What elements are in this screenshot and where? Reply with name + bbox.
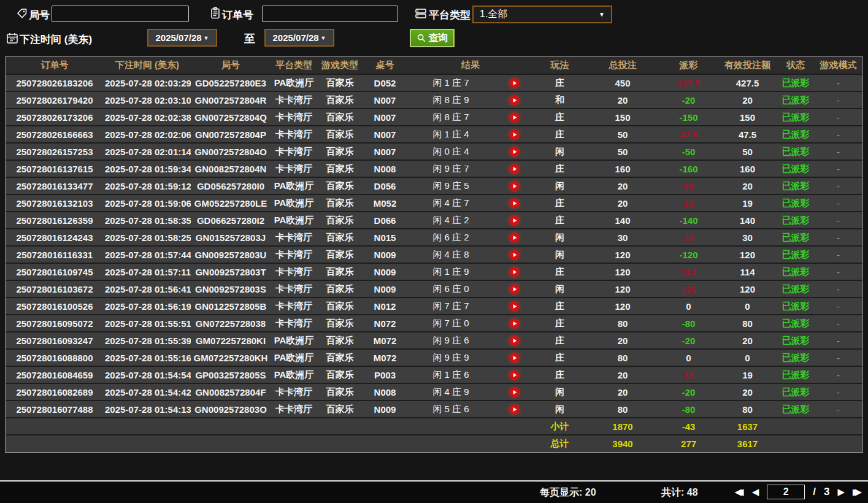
date-to-label: 至 (244, 31, 255, 46)
cell-game-no: GD066257280I2 (191, 212, 271, 229)
cell-game-no: GN0072572804R (191, 91, 271, 109)
play-icon[interactable] (494, 249, 534, 261)
bet-time-label: 下注时间 (美东) (20, 33, 92, 47)
cell-bet-time: 2025-07-28 01:56:19 (104, 298, 191, 315)
cell-status: 已派彩 (777, 298, 814, 315)
play-icon[interactable] (494, 180, 534, 192)
cell-status: 已派彩 (777, 280, 814, 298)
cell-status: 已派彩 (777, 177, 814, 194)
column-header: 游戏模式 (814, 57, 862, 74)
cell-game-mode: - (814, 383, 862, 401)
play-icon[interactable] (494, 232, 534, 244)
cell-valid-bet: 427.5 (718, 74, 777, 91)
cell-table-no: N015 (363, 229, 407, 246)
chevron-down-icon: ▼ (204, 35, 209, 41)
cell-payout: -150 (659, 109, 718, 126)
cell-order-no: 250728026183206 (6, 74, 104, 91)
play-icon[interactable] (494, 318, 534, 329)
play-icon[interactable] (494, 215, 534, 226)
subtotal-row: 小计 1870 -43 1637 (6, 418, 862, 435)
cell-game-no: GN0092572803S (191, 280, 271, 298)
play-icon[interactable] (494, 352, 534, 364)
cell-valid-bet: 120 (718, 246, 777, 263)
cell-payout: 120 (659, 280, 718, 298)
play-icon[interactable] (494, 112, 534, 123)
column-header: 有效投注额 (718, 57, 777, 74)
cell-bet-time: 2025-07-28 01:58:25 (104, 229, 191, 246)
play-icon[interactable] (494, 129, 534, 140)
result-text: 闲 9 庄 6 (407, 335, 494, 347)
cell-result: 闲 4 庄 8 (407, 246, 534, 263)
date-to-picker[interactable]: 2025/07/28 ▼ (264, 29, 334, 47)
table-row: 250728016126359 2025-07-28 01:58:35 GD06… (6, 212, 862, 229)
cell-table-no: D066 (363, 212, 407, 229)
cell-play-type: 闲 (534, 143, 586, 160)
column-header: 游戏类型 (317, 57, 363, 74)
cell-valid-bet: 0 (718, 298, 777, 315)
cell-order-no: 250728016132103 (6, 194, 104, 212)
cell-result: 闲 1 庄 9 (407, 263, 534, 280)
game-no-input[interactable] (52, 6, 189, 22)
cell-total-bet: 80 (586, 401, 659, 418)
cell-game-type: 百家乐 (317, 194, 363, 212)
prev-page-button[interactable]: ◀ (752, 484, 759, 500)
cell-payout: 0 (659, 349, 718, 366)
table-row: 250728016082689 2025-07-28 01:54:42 GN00… (6, 383, 862, 401)
cell-platform: PA欧洲厅 (271, 332, 317, 349)
cell-status: 已派彩 (777, 263, 814, 280)
cell-order-no: 250728016137615 (6, 160, 104, 177)
column-header: 下注时间 (美东) (104, 57, 191, 74)
column-header: 桌号 (363, 57, 407, 74)
cell-result: 闲 1 庄 7 (407, 74, 534, 91)
table-row: 250728016084659 2025-07-28 01:54:54 GP00… (6, 366, 862, 383)
play-icon[interactable] (494, 301, 534, 312)
play-icon[interactable] (494, 386, 534, 398)
cell-game-no: GN0122572805B (191, 298, 271, 315)
cell-valid-bet: 20 (718, 332, 777, 349)
cell-play-type: 庄 (534, 160, 586, 177)
order-no-input[interactable] (262, 6, 398, 22)
cell-status: 已派彩 (777, 332, 814, 349)
cell-order-no: 250728016103672 (6, 280, 104, 298)
cell-bet-time: 2025-07-28 01:59:06 (104, 194, 191, 212)
cell-table-no: N007 (363, 109, 407, 126)
cell-play-type: 庄 (534, 349, 586, 366)
play-icon[interactable] (494, 163, 534, 175)
play-icon[interactable] (494, 266, 534, 278)
last-page-button[interactable]: ▶▶ (853, 484, 862, 500)
search-button[interactable]: 查询 (410, 29, 455, 47)
cell-game-mode: - (814, 315, 862, 332)
platform-icon (415, 7, 427, 20)
first-page-button[interactable]: ◀◀ (735, 484, 744, 500)
next-page-button[interactable]: ▶ (837, 484, 845, 500)
cell-game-no: GN0072572804O (191, 143, 271, 160)
date-from-picker[interactable]: 2025/07/28 ▼ (147, 29, 217, 47)
platform-label: 平台类型 (429, 8, 470, 22)
result-text: 闲 9 庄 5 (407, 180, 494, 192)
platform-select[interactable]: 1.全部 ▼ (472, 6, 612, 23)
table-row: 250728026157253 2025-07-28 02:01:14 GN00… (6, 143, 862, 160)
cell-valid-bet: 20 (718, 383, 777, 401)
cell-payout: -20 (659, 383, 718, 401)
play-icon[interactable] (494, 369, 534, 381)
cell-result: 闲 9 庄 7 (407, 160, 534, 177)
cell-game-type: 百家乐 (317, 263, 363, 280)
result-text: 闲 7 庄 0 (407, 318, 494, 329)
result-text: 闲 4 庄 9 (407, 386, 494, 398)
play-icon[interactable] (494, 283, 534, 295)
cell-payout: 427.5 (659, 74, 718, 91)
play-icon[interactable] (494, 94, 534, 106)
pager: ◀◀ ◀ / 3 ▶ ▶▶ (735, 484, 862, 500)
play-icon[interactable] (494, 198, 534, 209)
cell-bet-time: 2025-07-28 01:57:11 (104, 263, 191, 280)
play-icon[interactable] (494, 404, 534, 415)
page-input[interactable] (767, 485, 805, 499)
play-icon[interactable] (494, 77, 534, 89)
chevron-down-icon: ▼ (321, 35, 326, 41)
cell-order-no: 250728016124243 (6, 229, 104, 246)
play-icon[interactable] (494, 335, 534, 347)
cell-table-no: N072 (363, 315, 407, 332)
cell-result: 闲 4 庄 7 (407, 194, 534, 212)
total-count-label: 共计: 48 (661, 486, 698, 499)
play-icon[interactable] (494, 146, 534, 158)
